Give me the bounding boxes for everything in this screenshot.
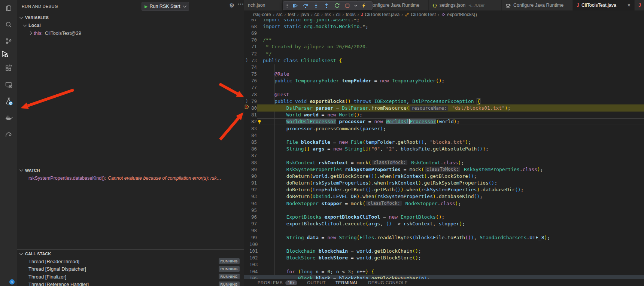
gutter-glyph[interactable] <box>244 125 249 132</box>
code-line[interactable]: )73public class CliToolsTest { <box>244 57 644 64</box>
watch-header[interactable]: WATCH <box>17 166 244 174</box>
code-line[interactable]: 75 @Rule <box>244 71 644 77</box>
code-line[interactable]: 97 exportBlocksCliTool.execute(args, () … <box>244 220 644 227</box>
gutter-glyph[interactable] <box>244 37 249 43</box>
code-line[interactable]: 84 <box>244 132 644 139</box>
code-line[interactable]: )79 public void exportBlocks() throws IO… <box>244 98 644 104</box>
activity-extensions-icon[interactable] <box>0 60 17 76</box>
gutter-glyph[interactable] <box>244 241 249 247</box>
callstack-thread[interactable]: Thread [Finalizer]RUNNING <box>17 273 244 281</box>
code-line[interactable]: 90 doReturn(world.getBlockStore()).when(… <box>244 173 644 179</box>
fold-icon[interactable]: ) <box>244 57 249 64</box>
activity-source-control-icon[interactable] <box>0 33 17 49</box>
step-out-icon[interactable] <box>322 1 331 10</box>
step-into-icon[interactable] <box>312 1 321 10</box>
code-line[interactable]: 81 World world = new World(); <box>244 112 644 118</box>
callstack-thread[interactable]: Thread [Signal Dispatcher]RUNNING <box>17 265 244 273</box>
code-editor[interactable]: 67import static org.junit.Assert.*;68imp… <box>244 19 644 279</box>
code-line[interactable]: 102 BlockStore blockStore = world.getBlo… <box>244 255 644 261</box>
code-line[interactable]: 89 RskSystemProperties rskSystemProperti… <box>244 166 644 173</box>
gutter-glyph[interactable] <box>244 227 249 234</box>
gutter-glyph[interactable] <box>244 213 249 220</box>
code-line[interactable]: 103 <box>244 261 644 268</box>
gutter-glyph[interactable] <box>244 139 249 145</box>
code-line[interactable]: 78 @Test <box>244 91 644 98</box>
code-line[interactable]: 70/** <box>244 37 644 43</box>
gutter-glyph[interactable] <box>244 234 249 241</box>
code-line[interactable]: 83 processor.processCommands(parser); <box>244 125 644 132</box>
code-line[interactable]: 72 */ <box>244 50 644 57</box>
step-over-icon[interactable] <box>301 1 310 10</box>
code-line[interactable]: 95 <box>244 207 644 213</box>
panel-tab-output[interactable]: OUTPUT <box>307 280 326 285</box>
panel-tab-debug-console[interactable]: DEBUG CONSOLE <box>368 280 408 285</box>
activity-gradle-icon[interactable] <box>0 126 17 142</box>
continue-icon[interactable] <box>291 1 300 10</box>
gutter-glyph[interactable] <box>244 146 249 152</box>
code-line[interactable]: 94 NodeStopper stopper = mock(classToMoc… <box>244 200 644 207</box>
breadcrumb-item[interactable]: src <box>276 12 283 17</box>
gutter-glyph[interactable] <box>244 71 249 77</box>
breadcrumb-item[interactable]: java <box>301 12 309 17</box>
editor-tab[interactable]: J <box>635 0 644 10</box>
more-actions-icon[interactable]: ··· <box>238 1 244 7</box>
code-line[interactable]: 93 doReturn(DbKind.LEVEL_DB).when(rskSys… <box>244 193 644 200</box>
gutter-glyph[interactable] <box>244 275 249 279</box>
panel-tab-terminal[interactable]: TERMINAL <box>335 280 358 285</box>
activity-remote-explorer-icon[interactable] <box>0 76 17 93</box>
stop-icon[interactable] <box>343 1 352 10</box>
code-line[interactable]: 67import static org.junit.Assert.*; <box>244 19 644 23</box>
code-line[interactable]: 76 public TemporaryFolder tempFolder = n… <box>244 77 644 84</box>
code-line[interactable]: 80 DslParser parser = DslParser.fromReso… <box>244 104 644 111</box>
stop-chevron-icon[interactable] <box>353 1 358 10</box>
gutter-glyph[interactable] <box>244 112 249 118</box>
gutter-glyph[interactable] <box>244 84 249 91</box>
breadcrumb-item[interactable]: rsk <box>325 12 331 17</box>
breadcrumb-item[interactable]: exportBlocks() <box>441 12 477 17</box>
gutter-glyph[interactable] <box>244 247 249 254</box>
code-line[interactable]: 105 Block block = blockchain.getBlockByN… <box>244 275 644 279</box>
code-line[interactable]: 85 File blocksFile = new File(tempFolder… <box>244 139 644 145</box>
hot-code-replace-icon[interactable] <box>359 1 368 10</box>
gutter-glyph[interactable] <box>244 30 249 36</box>
gutter-glyph[interactable] <box>244 268 249 275</box>
gutter-glyph[interactable] <box>244 159 249 166</box>
gutter-glyph[interactable] <box>244 50 249 57</box>
code-line[interactable]: 74 <box>244 64 644 70</box>
restart-icon[interactable] <box>332 1 341 10</box>
call-stack-header[interactable]: CALL STACK <box>17 250 244 258</box>
code-line[interactable]: 87 <box>244 152 644 159</box>
code-line[interactable]: 68import static org.mockito.Mockito.*; <box>244 23 644 30</box>
breadcrumb-item[interactable]: test <box>288 12 295 17</box>
activity-explorer-icon[interactable] <box>0 0 17 16</box>
activity-docker-icon[interactable] <box>0 109 17 126</box>
gutter-glyph[interactable] <box>244 173 249 179</box>
gutter-glyph[interactable] <box>244 64 249 70</box>
gear-icon[interactable]: ⚙ <box>229 2 234 9</box>
gutter-glyph[interactable] <box>244 200 249 207</box>
gutter-glyph[interactable] <box>244 261 249 268</box>
code-line[interactable]: 98 <box>244 227 644 234</box>
gutter-glyph[interactable] <box>244 220 249 227</box>
breadcrumb-item[interactable]: tools <box>346 12 355 17</box>
gutter-glyph[interactable] <box>244 91 249 98</box>
variable-this[interactable]: this: CliToolsTest@29 <box>17 29 244 37</box>
editor-tab[interactable]: {}settings.json~/.../User <box>429 0 502 10</box>
panel-tab-problems[interactable]: PROBLEMS1K+ <box>258 280 297 285</box>
code-line[interactable]: 82 WorldDslProcessor processor = new Wor… <box>244 118 644 125</box>
breadcrumb-item[interactable]: rskj-core <box>253 12 271 17</box>
code-line[interactable]: 100 <box>244 241 644 247</box>
code-line[interactable]: 69 <box>244 30 644 36</box>
gutter-glyph[interactable] <box>244 180 249 186</box>
editor-tab[interactable]: JCliToolsTest.java× <box>573 0 635 10</box>
code-line[interactable]: 99 String data = new String(Files.readAl… <box>244 234 644 241</box>
close-icon[interactable]: × <box>628 3 631 8</box>
gutter-glyph[interactable] <box>244 77 249 84</box>
code-line[interactable]: 104 for (long n = 0; n < 3; n++) { <box>244 268 644 275</box>
editor-tab[interactable]: nch.json <box>244 0 283 10</box>
activity-testing-icon[interactable] <box>0 93 17 109</box>
gutter-glyph[interactable] <box>244 132 249 139</box>
code-line[interactable]: 91 doReturn(rskSystemProperties).when(rs… <box>244 180 644 186</box>
code-line[interactable]: 86 String[] args = new String[]{"0", "2"… <box>244 146 644 152</box>
code-line[interactable]: 101 Blockchain blockchain = world.getBlo… <box>244 247 644 254</box>
